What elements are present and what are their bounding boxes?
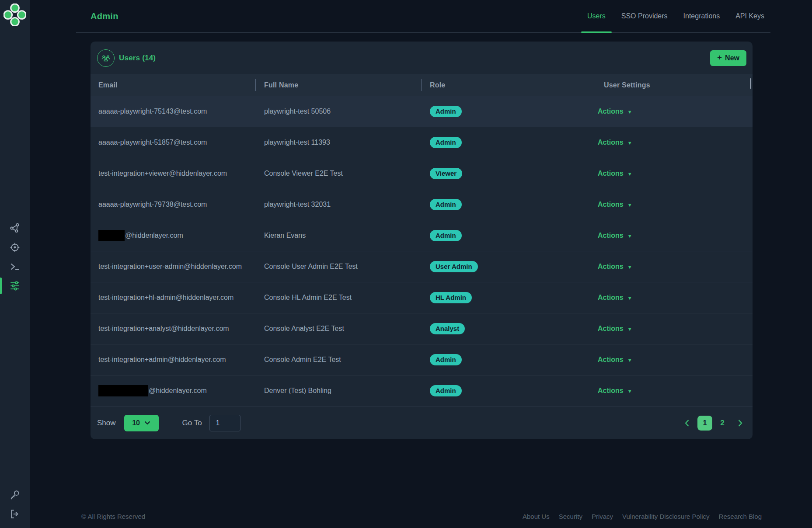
cell-user-settings: Actions ▼ (595, 201, 753, 208)
actions-label: Actions (598, 263, 624, 271)
actions-label: Actions (598, 170, 624, 177)
cell-role: Viewer (421, 168, 595, 180)
footer-links: About UsSecurityPrivacyVulnerability Dis… (523, 513, 762, 520)
footer-link-vulnerability-disclosure-policy[interactable]: Vulnerability Disclosure Policy (622, 513, 710, 520)
cell-full-name: playwright-test 32031 (255, 201, 421, 208)
new-button-label: New (725, 54, 739, 62)
table-row: aaaaa-playwright-79738@test.com playwrig… (91, 189, 753, 220)
cell-full-name: Console Admin E2E Test (255, 356, 421, 364)
logout-icon (9, 508, 21, 520)
page-size-dropdown[interactable]: 10 (124, 415, 159, 431)
sidebar-item-target[interactable] (0, 238, 30, 257)
cell-email: @hiddenlayer.com (91, 230, 255, 241)
goto-page-input[interactable] (209, 415, 240, 431)
copyright-text: © All Rights Reserved (81, 513, 145, 520)
actions-label: Actions (598, 356, 624, 364)
table-row: aaaaa-playwright-51857@test.com playwrig… (91, 127, 753, 158)
sidebar-item-logout[interactable] (0, 504, 30, 524)
table-row: aaaaa-playwright-75143@test.com playwrig… (91, 96, 753, 127)
email-text: test-integration+analyst@hiddenlayer.com (98, 325, 229, 333)
role-badge: Admin (430, 385, 462, 397)
row-actions-button[interactable]: Actions ▼ (598, 139, 632, 146)
sidebar-item-terminal[interactable] (0, 257, 30, 276)
column-header-full-name[interactable]: Full Name (255, 74, 421, 96)
cell-email: aaaaa-playwright-75143@test.com (91, 108, 255, 115)
caret-down-icon: ▼ (627, 109, 632, 115)
caret-down-icon: ▼ (627, 202, 632, 208)
table-row: test-integration+admin@hiddenlayer.com C… (91, 344, 753, 375)
app-logo-icon[interactable] (3, 3, 26, 26)
cell-role: HL Admin (421, 292, 595, 304)
tab-api-keys[interactable]: API Keys (729, 0, 770, 32)
new-user-button[interactable]: + New (710, 50, 746, 66)
column-header-user-settings[interactable]: User Settings (595, 74, 753, 96)
tab-integrations[interactable]: Integrations (677, 0, 726, 32)
footer-link-privacy[interactable]: Privacy (592, 513, 613, 520)
email-text: aaaaa-playwright-51857@test.com (98, 139, 207, 146)
email-text: test-integration+viewer@hiddenlayer.com (98, 170, 227, 177)
cell-user-settings: Actions ▼ (595, 263, 753, 271)
table-header: Email Full Name Role User Settings (91, 74, 753, 96)
role-badge: Admin (430, 137, 462, 149)
column-divider (421, 79, 422, 91)
email-text: aaaaa-playwright-79738@test.com (98, 201, 207, 208)
users-panel: Users (14) + New Email Full Name Role Us… (91, 42, 753, 439)
actions-label: Actions (598, 232, 624, 240)
tab-sso-providers[interactable]: SSO Providers (615, 0, 674, 32)
cell-full-name: playwright-test 11393 (255, 139, 421, 146)
cell-email: test-integration+admin@hiddenlayer.com (91, 356, 255, 364)
page-button-2[interactable]: 2 (715, 416, 730, 431)
cell-role: Analyst (421, 323, 595, 335)
sidebar-item-admin-settings[interactable] (0, 276, 30, 295)
caret-down-icon: ▼ (627, 233, 632, 239)
role-badge: Admin (430, 230, 462, 242)
cell-email: test-integration+viewer@hiddenlayer.com (91, 170, 255, 177)
app-root: Admin UsersSSO ProvidersIntegrationsAPI … (0, 0, 812, 528)
sidebar-item-network[interactable] (0, 219, 30, 238)
cell-user-settings: Actions ▼ (595, 294, 753, 302)
cell-full-name: Console User Admin E2E Test (255, 263, 421, 271)
sliders-settings-icon (9, 280, 21, 292)
row-actions-button[interactable]: Actions ▼ (598, 294, 632, 302)
cell-user-settings: Actions ▼ (595, 139, 753, 146)
row-actions-button[interactable]: Actions ▼ (598, 263, 632, 271)
page-size-value: 10 (132, 419, 140, 427)
caret-down-icon: ▼ (627, 171, 632, 177)
row-actions-button[interactable]: Actions ▼ (598, 170, 632, 177)
page-button-1[interactable]: 1 (697, 416, 712, 431)
row-actions-button[interactable]: Actions ▼ (598, 356, 632, 364)
role-badge: Admin (430, 106, 462, 118)
prev-page-button[interactable] (683, 417, 691, 429)
chevron-down-icon (144, 421, 150, 425)
row-actions-button[interactable]: Actions ▼ (598, 325, 632, 333)
column-header-email[interactable]: Email (91, 74, 255, 96)
tab-users[interactable]: Users (581, 0, 612, 32)
actions-label: Actions (598, 201, 624, 208)
column-resize-handle[interactable] (750, 78, 751, 89)
cell-email: aaaaa-playwright-79738@test.com (91, 201, 255, 208)
cell-email: aaaaa-playwright-51857@test.com (91, 139, 255, 146)
cell-full-name: Kieran Evans (255, 232, 421, 240)
table-row: @hiddenlayer.com Denver (Test) Bohling A… (91, 375, 753, 406)
email-text: @hiddenlayer.com (149, 387, 207, 395)
cell-full-name: playwright-test 50506 (255, 108, 421, 115)
caret-down-icon: ▼ (627, 264, 632, 270)
row-actions-button[interactable]: Actions ▼ (598, 387, 632, 395)
next-page-button[interactable] (736, 417, 745, 429)
cell-role: Admin (421, 385, 595, 397)
column-header-role[interactable]: Role (421, 74, 595, 96)
email-text: test-integration+admin@hiddenlayer.com (98, 356, 226, 364)
row-actions-button[interactable]: Actions ▼ (598, 108, 632, 115)
row-actions-button[interactable]: Actions ▼ (598, 201, 632, 208)
sidebar-item-api-key[interactable] (0, 485, 30, 504)
caret-down-icon: ▼ (627, 327, 632, 332)
footer-link-about-us[interactable]: About Us (523, 513, 550, 520)
row-actions-button[interactable]: Actions ▼ (598, 232, 632, 240)
table-row: @hiddenlayer.com Kieran Evans Admin Acti… (91, 220, 753, 251)
caret-down-icon: ▼ (627, 140, 632, 146)
footer-link-security[interactable]: Security (559, 513, 582, 520)
footer-link-research-blog[interactable]: Research Blog (719, 513, 762, 520)
topbar: Admin UsersSSO ProvidersIntegrationsAPI … (76, 0, 770, 33)
chevron-right-icon (738, 419, 743, 427)
role-badge: HL Admin (430, 292, 472, 304)
